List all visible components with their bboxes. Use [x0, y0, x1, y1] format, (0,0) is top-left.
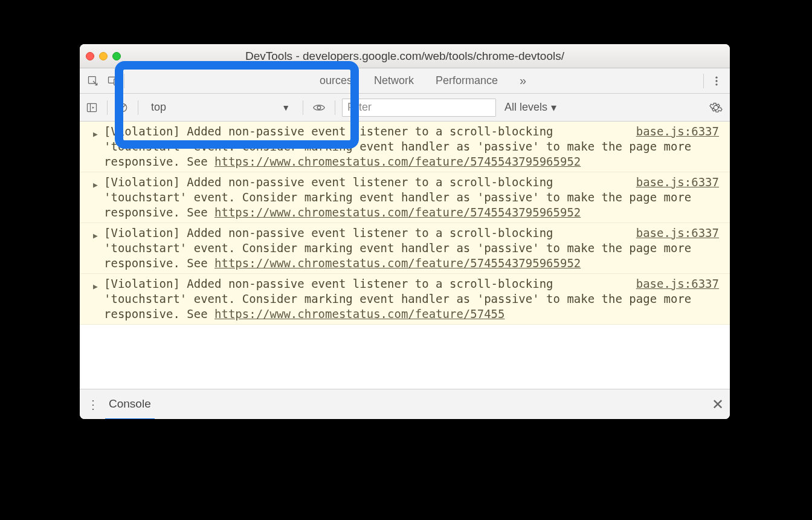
tabs-overflow-button[interactable]: »	[509, 68, 537, 94]
drawer: ⋮ Console ✕	[80, 389, 730, 419]
message-link[interactable]: https://www.chromestatus.com/feature/574…	[214, 307, 504, 320]
message-link[interactable]: https://www.chromestatus.com/feature/574…	[214, 155, 581, 168]
show-console-sidebar-icon[interactable]	[83, 95, 100, 120]
expand-arrow-icon[interactable]: ▶	[93, 279, 98, 294]
main-tabbar: ources Network Performance »	[80, 68, 730, 94]
kebab-menu-icon[interactable]	[706, 68, 727, 94]
console-output[interactable]: ▶ base.js:6337 [Violation] Added non-pas…	[80, 122, 730, 389]
message-source-link[interactable]: base.js:6337	[636, 226, 719, 241]
message-link[interactable]: https://www.chromestatus.com/feature/574…	[214, 256, 581, 270]
maximize-window-button[interactable]	[112, 52, 121, 60]
annotation-highlight-box	[115, 61, 359, 149]
tab-network[interactable]: Network	[363, 68, 425, 94]
console-settings-icon[interactable]	[706, 101, 726, 114]
expand-arrow-icon[interactable]: ▶	[93, 228, 98, 243]
tab-performance[interactable]: Performance	[425, 68, 509, 94]
message-source-link[interactable]: base.js:6337	[636, 276, 719, 291]
svg-rect-6	[88, 103, 97, 111]
window-controls	[86, 52, 121, 60]
message-source-link[interactable]: base.js:6337	[636, 124, 719, 139]
svg-point-3	[715, 76, 717, 78]
minimize-window-button[interactable]	[99, 52, 108, 60]
filter-input[interactable]	[342, 99, 496, 117]
expand-arrow-icon[interactable]: ▶	[93, 177, 98, 192]
drawer-tab-console[interactable]: Console	[105, 390, 155, 420]
log-levels-label: All levels	[504, 101, 547, 114]
devtools-window: DevTools - developers.google.com/web/too…	[80, 44, 730, 419]
console-message[interactable]: ▶ base.js:6337 [Violation] Added non-pas…	[80, 223, 730, 274]
console-message[interactable]: ▶ base.js:6337 [Violation] Added non-pas…	[80, 172, 730, 223]
svg-point-5	[715, 83, 717, 85]
message-source-link[interactable]: base.js:6337	[636, 175, 719, 190]
console-message[interactable]: ▶ base.js:6337 [Violation] Added non-pas…	[80, 274, 730, 325]
inspect-element-icon[interactable]	[82, 68, 104, 94]
close-drawer-icon[interactable]: ✕	[712, 396, 724, 413]
divider	[703, 74, 704, 88]
chevron-down-icon: ▾	[551, 101, 556, 114]
divider	[107, 100, 108, 115]
message-link[interactable]: https://www.chromestatus.com/feature/574…	[214, 206, 581, 219]
log-levels-dropdown[interactable]: All levels ▾	[501, 101, 560, 114]
expand-arrow-icon[interactable]: ▶	[93, 126, 98, 141]
svg-point-4	[715, 80, 717, 82]
drawer-menu-icon[interactable]: ⋮	[86, 397, 100, 412]
close-window-button[interactable]	[86, 52, 94, 60]
